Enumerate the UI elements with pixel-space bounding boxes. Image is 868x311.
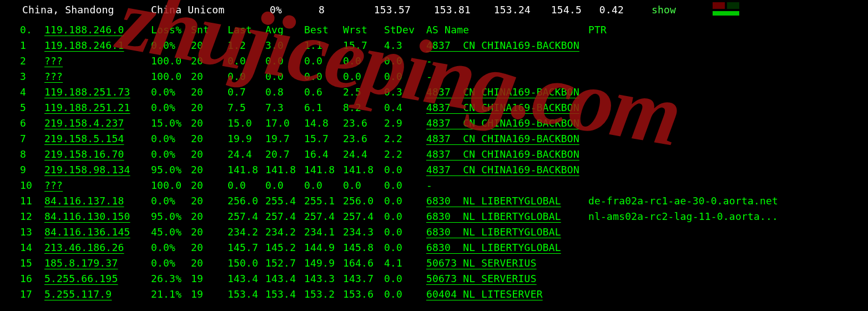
hop-as: - <box>426 53 432 69</box>
hop-snt: 20 <box>191 69 213 84</box>
table-row: 4119.188.251.730.0%200.70.80.62.50.34837… <box>0 84 868 100</box>
hop-snt: 20 <box>191 38 213 53</box>
hdr-ip[interactable]: 119.188.246.0 <box>44 22 124 38</box>
hop-best: 0.0 <box>304 178 336 193</box>
hop-wrst: 15.7 <box>343 38 375 53</box>
hop-ip[interactable]: 5.255.66.195 <box>44 271 118 287</box>
summary-best: 153.24 <box>486 2 531 18</box>
hop-as[interactable]: 4837 CN CHINA169-BACKBON <box>426 38 579 53</box>
hop-ip[interactable]: 84.116.136.145 <box>44 224 130 240</box>
hop-as[interactable]: 6830 NL LIBERTYGLOBAL <box>426 209 561 224</box>
hop-as[interactable]: 6830 NL LIBERTYGLOBAL <box>426 193 561 209</box>
hop-as[interactable]: 50673 NL SERVERIUS <box>426 255 537 271</box>
hop-snt: 20 <box>191 84 213 100</box>
hop-as[interactable]: 4837 CN CHINA169-BACKBON <box>426 116 579 131</box>
hop-avg: 7.3 <box>265 100 297 116</box>
hop-ip[interactable]: 185.8.179.37 <box>44 255 118 271</box>
hop-best: 6.1 <box>304 100 336 116</box>
hop-ip[interactable]: 84.116.130.150 <box>44 209 130 224</box>
hop-last: 153.4 <box>228 287 260 302</box>
hdr-ptr: PTR <box>588 22 607 38</box>
hop-stdev: 4.3 <box>384 38 416 53</box>
hop-last: 145.7 <box>228 240 260 255</box>
hop-stdev: 0.0 <box>384 240 416 255</box>
hop-best: 15.7 <box>304 131 336 147</box>
summary-row: China, Shandong China Unicom 0% 8 153.57… <box>0 0 868 18</box>
hop-as[interactable]: 50673 NL SERVERIUS <box>426 271 537 287</box>
hop-as: - <box>426 178 432 193</box>
table-row: 8219.158.16.700.0%2024.420.716.424.42.24… <box>0 147 868 162</box>
hop-wrst: 0.0 <box>343 53 375 69</box>
hdr-best: Best <box>304 22 336 38</box>
hop-avg: 141.8 <box>265 162 297 178</box>
hop-best: 255.1 <box>304 193 336 209</box>
summary-stdev: 0.42 <box>591 2 624 18</box>
hop-ip[interactable]: 213.46.186.26 <box>44 240 124 255</box>
hop-loss: 15.0% <box>151 116 184 131</box>
hop-stdev: 2.9 <box>384 116 416 131</box>
hop-index: 8 <box>20 147 26 162</box>
location-text: China, Shandong <box>22 2 114 18</box>
hop-loss: 0.0% <box>151 193 184 209</box>
hop-best: 0.0 <box>304 69 336 84</box>
table-row: 3???100.0200.00.00.00.00.0- <box>0 69 868 84</box>
hop-as[interactable]: 6830 NL LIBERTYGLOBAL <box>426 224 561 240</box>
hop-best: 149.9 <box>304 255 336 271</box>
hop-last: 15.0 <box>228 116 260 131</box>
hop-last: 7.5 <box>228 100 260 116</box>
hop-snt: 20 <box>191 193 213 209</box>
hop-snt: 20 <box>191 209 213 224</box>
hop-last: 24.4 <box>228 147 260 162</box>
hop-snt: 20 <box>191 255 213 271</box>
hop-stdev: 0.0 <box>384 209 416 224</box>
hop-stdev: 0.0 <box>384 69 416 84</box>
hdr-last: Last <box>228 22 260 38</box>
hop-ip[interactable]: 84.116.137.18 <box>44 193 124 209</box>
hop-ip[interactable]: 5.255.117.9 <box>44 287 112 302</box>
table-row: 1119.188.246.10.0%201.23.01.115.74.34837… <box>0 38 868 53</box>
hop-loss: 95.0% <box>151 162 184 178</box>
hop-ip[interactable]: 119.188.251.73 <box>44 84 130 100</box>
hop-last: 141.8 <box>228 162 260 178</box>
hop-ip[interactable]: ??? <box>44 69 63 84</box>
hop-stdev: 0.0 <box>384 178 416 193</box>
hop-as[interactable]: 4837 CN CHINA169-BACKBON <box>426 131 579 147</box>
hop-stdev: 0.4 <box>384 100 416 116</box>
hop-as[interactable]: 4837 CN CHINA169-BACKBON <box>426 162 579 178</box>
show-link[interactable]: show <box>652 2 676 18</box>
hop-last: 150.0 <box>228 255 260 271</box>
hop-stdev: 0.0 <box>384 53 416 69</box>
hop-best: 0.0 <box>304 53 336 69</box>
hop-ip[interactable]: 119.188.246.1 <box>44 38 124 53</box>
hop-ip[interactable]: 219.158.4.237 <box>44 116 124 131</box>
hop-wrst: 2.5 <box>343 84 375 100</box>
hop-last: 1.2 <box>228 38 260 53</box>
hop-as[interactable]: 4837 CN CHINA169-BACKBON <box>426 84 579 100</box>
hop-wrst: 143.7 <box>343 271 375 287</box>
hop-best: 153.2 <box>304 287 336 302</box>
hop-avg: 143.4 <box>265 271 297 287</box>
summary-worst: 154.5 <box>537 2 582 18</box>
hop-index: 10 <box>20 178 32 193</box>
hop-best: 14.8 <box>304 116 336 131</box>
hop-avg: 0.0 <box>265 69 297 84</box>
hop-as[interactable]: 4837 CN CHINA169-BACKBON <box>426 147 579 162</box>
hop-as[interactable]: 6830 NL LIBERTYGLOBAL <box>426 240 561 255</box>
hop-ip[interactable]: ??? <box>44 53 63 69</box>
hop-stdev: 2.2 <box>384 131 416 147</box>
hop-avg: 257.4 <box>265 209 297 224</box>
hop-ip[interactable]: ??? <box>44 178 63 193</box>
hop-ip[interactable]: 219.158.16.70 <box>44 147 124 162</box>
summary-count: 8 <box>319 2 325 18</box>
table-header: 0. 119.188.246.0 Loss% Snt Last Avg Best… <box>0 22 868 38</box>
hop-ip[interactable]: 119.188.251.21 <box>44 100 130 116</box>
hop-index: 6 <box>20 116 26 131</box>
hop-last: 234.2 <box>228 224 260 240</box>
table-row: 165.255.66.19526.3%19143.4143.4143.3143.… <box>0 271 868 287</box>
hop-index: 2 <box>20 53 26 69</box>
hop-loss: 0.0% <box>151 131 184 147</box>
hop-as[interactable]: 4837 CN CHINA169-BACKBON <box>426 100 579 116</box>
hop-ip[interactable]: 219.158.5.154 <box>44 131 124 147</box>
hop-ip[interactable]: 219.158.98.134 <box>44 162 130 178</box>
hop-as[interactable]: 60404 NL LITESERVER <box>426 287 543 302</box>
